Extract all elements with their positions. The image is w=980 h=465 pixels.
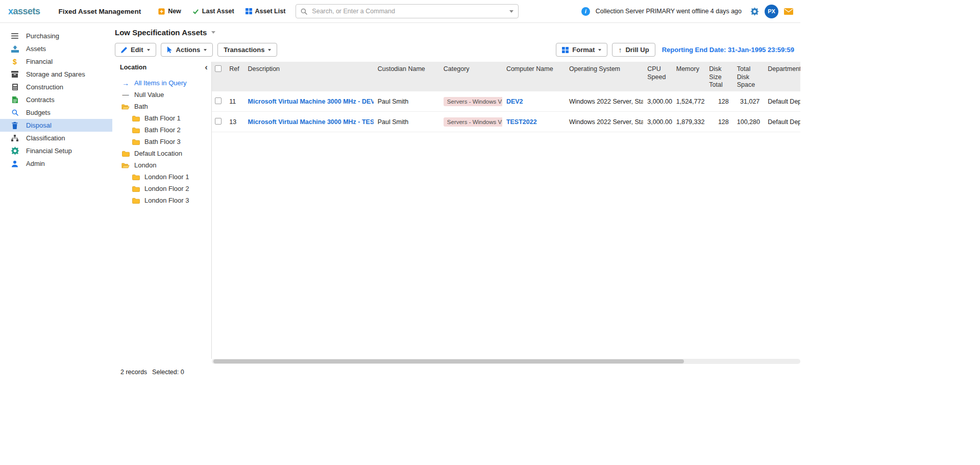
description-link[interactable]: Microsoft Virtual Machine 3000 MHz - TES… [248,118,374,126]
sidebar-item-assets[interactable]: Assets [0,42,112,55]
sidebar-item-admin[interactable]: Admin [0,157,112,170]
actions-button[interactable]: Actions [161,43,213,57]
transactions-button[interactable]: Transactions [217,43,277,57]
column-header-description[interactable]: Description [244,62,374,91]
location-tree: →All Items in Query—Null ValueBathBath F… [115,77,211,206]
cell-cpu-speed: 3,000.00 [643,91,672,112]
location-tree-item-bath[interactable]: Bath [115,101,211,112]
sidebar-item-label: Purchasing [26,32,59,40]
column-header-total-disk-space[interactable]: Total Disk Space [733,62,764,91]
location-tree-item-default-location[interactable]: Default Location [115,148,211,159]
location-tree-item-london-floor-1[interactable]: London Floor 1 [115,171,211,183]
column-header-disk-size-total[interactable]: Disk Size Total [705,62,732,91]
sidebar-item-disposal[interactable]: Disposal [0,119,112,132]
sidebar-item-purchasing[interactable]: Purchasing [0,30,112,42]
sidebar-item-financial[interactable]: $Financial [0,55,112,68]
folder-icon [121,151,130,157]
row-checkbox[interactable] [215,118,222,125]
table-row[interactable]: 13Microsoft Virtual Machine 3000 MHz - T… [212,112,800,132]
last-asset-check-icon [192,8,199,15]
sidebar-item-label: Admin [26,160,45,167]
envelope-icon[interactable] [784,8,793,15]
gear-icon [10,146,19,155]
location-tree-item-all-items-in-query[interactable]: →All Items in Query [115,77,211,89]
sidebar-item-classification[interactable]: Classification [0,132,112,144]
info-icon[interactable]: i [581,7,590,16]
drill-up-button[interactable]: ↑ Drill Up [612,43,655,57]
sidebar-item-label: Classification [26,134,65,142]
up-arrow-icon: ↑ [618,46,622,54]
chevron-down-icon[interactable] [509,10,513,13]
location-tree-item-bath-floor-3[interactable]: Bath Floor 3 [115,136,211,148]
reporting-end-date-link[interactable]: Reporting End Date: 31-Jan-1995 23:59:59 [662,46,794,54]
column-header-operating-system[interactable]: Operating System [565,62,643,91]
format-button[interactable]: Format [556,43,607,57]
topnav-asset-list[interactable]: Asset List [246,8,286,15]
tree-item-label: London Floor 3 [144,197,189,204]
location-tree-item-bath-floor-2[interactable]: Bath Floor 2 [115,124,211,136]
drill-up-button-label: Drill Up [625,46,649,54]
sidebar-item-storage-and-spares[interactable]: Storage and Spares [0,68,112,81]
tree-item-label: Bath [134,103,148,110]
horizontal-scrollbar[interactable] [212,359,800,364]
location-tree-item-null-value[interactable]: —Null Value [115,89,211,101]
column-header-computer-name[interactable]: Computer Name [502,62,565,91]
description-link[interactable]: Microsoft Virtual Machine 3000 MHz - DEV… [248,98,374,105]
transactions-button-label: Transactions [224,46,264,54]
select-all-checkbox[interactable] [215,65,222,72]
cell-custodian-name: Paul Smith [374,112,439,132]
gear-icon[interactable] [750,7,759,16]
computer-name-link[interactable]: DEV2 [506,98,523,105]
table-row[interactable]: 11Microsoft Virtual Machine 3000 MHz - D… [212,91,800,112]
cell-operating-system: Windows 2022 Server, Standard [565,112,643,132]
topnav-last-asset[interactable]: Last Asset [192,8,234,15]
server-status-message: Collection Server PRIMARY went offline 4… [596,8,742,15]
sidebar: PurchasingAssets$FinancialStorage and Sp… [0,23,112,376]
column-header-custodian-name[interactable]: Custodian Name [374,62,439,91]
computer-name-link[interactable]: TEST2022 [506,118,537,126]
search-input[interactable] [311,7,506,15]
cell-department: Default Depart [764,91,800,112]
folder-icon [131,198,140,204]
sidebar-item-construction[interactable]: Construction [0,81,112,93]
actions-button-label: Actions [176,46,201,54]
topbar-right: i Collection Server PRIMARY went offline… [581,5,793,18]
body-row: PurchasingAssets$FinancialStorage and Sp… [0,23,800,376]
record-count-footer: 2 records Selected: 0 [120,369,800,376]
column-header-department[interactable]: Department [764,62,800,91]
cell-total-disk-space: 31,027 [733,91,764,112]
toolbar-right: Format ↑ Drill Up Reporting End Date: 31… [556,43,794,57]
search-box[interactable] [296,4,519,18]
cell-ref: 11 [225,91,243,112]
page-title-dropdown-icon[interactable] [211,31,215,34]
location-tree-item-london-floor-3[interactable]: London Floor 3 [115,194,211,206]
edit-button[interactable]: Edit [115,43,156,57]
avatar[interactable]: PX [765,5,778,18]
topnav-new[interactable]: New [158,8,181,15]
logo-x: x [8,6,13,16]
location-tree-item-london[interactable]: London [115,159,211,171]
logo[interactable]: xassets [8,6,40,17]
tree-item-label: Bath Floor 1 [144,114,181,122]
sidebar-item-financial-setup[interactable]: Financial Setup [0,144,112,157]
topnav-label: Asset List [255,8,286,15]
folder-icon [131,127,140,133]
sidebar-item-contracts[interactable]: Contracts [0,93,112,106]
column-header-category[interactable]: Category [439,62,502,91]
asset-list-grid-icon [246,8,252,14]
row-checkbox[interactable] [215,97,222,104]
location-panel-header: Location ‹ [115,62,211,72]
location-tree-item-bath-floor-1[interactable]: Bath Floor 1 [115,112,211,124]
content-body: Location ‹ →All Items in Query—Null Valu… [115,62,800,359]
table-header-row: RefDescriptionCustodian NameCategoryComp… [212,62,800,91]
location-tree-item-london-floor-2[interactable]: London Floor 2 [115,183,211,194]
sidebar-item-budgets[interactable]: Budgets [0,106,112,119]
column-header-cpu-speed[interactable]: CPU Speed [643,62,672,91]
column-header-ref[interactable]: Ref [225,62,243,91]
column-header-memory[interactable]: Memory [672,62,705,91]
horizontal-scrollbar-thumb[interactable] [213,359,684,363]
collapse-panel-icon[interactable]: ‹ [205,63,208,71]
cell-total-disk-space: 100,280 [733,112,764,132]
arrow-right-icon: → [121,80,130,87]
records-count: 2 records [120,369,147,376]
